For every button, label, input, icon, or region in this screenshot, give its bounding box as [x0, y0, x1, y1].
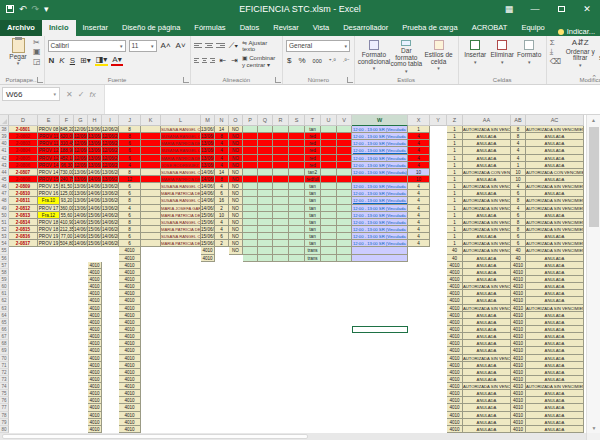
cell[interactable]: 4010 — [88, 404, 102, 411]
cell[interactable]: 13/06/15 — [88, 155, 102, 162]
cell[interactable]: AUTORIZADA CON VENCIMIENTO — [463, 169, 511, 176]
cell[interactable] — [408, 262, 430, 269]
font-size-combo[interactable]: 11▾ — [129, 40, 157, 52]
cell[interactable]: 4 — [408, 190, 430, 197]
cell[interactable] — [102, 297, 119, 304]
cell[interactable] — [141, 390, 161, 397]
cell[interactable] — [201, 305, 215, 312]
cell[interactable]: ANULADA — [526, 397, 584, 404]
cell[interactable] — [102, 340, 119, 347]
cell[interactable]: 4010 — [511, 312, 526, 319]
column-header-Q[interactable]: Q — [258, 115, 273, 126]
cell[interactable]: 12/06/2015 — [102, 126, 119, 133]
cell[interactable] — [305, 412, 321, 419]
cell[interactable] — [215, 412, 229, 419]
cell[interactable]: 12/06/15 — [74, 147, 88, 154]
cell[interactable]: AUTORIZADA SIN VENCIMIENTO — [463, 283, 511, 290]
cell[interactable]: 6 — [119, 147, 141, 154]
cell[interactable] — [141, 183, 161, 190]
wrap-text-button[interactable]: ⇋ Ajustar texto — [242, 39, 279, 52]
cell[interactable] — [161, 383, 201, 390]
cell[interactable] — [243, 255, 258, 262]
cell[interactable]: 12/06/2015 — [102, 155, 119, 162]
cell[interactable] — [60, 397, 74, 404]
row-header[interactable]: 49 — [0, 205, 9, 212]
cell[interactable] — [273, 305, 289, 312]
cell[interactable] — [337, 205, 352, 212]
cell[interactable] — [258, 176, 273, 183]
cell[interactable]: 8 — [119, 197, 141, 204]
cell[interactable] — [141, 197, 161, 204]
cell[interactable] — [321, 155, 337, 162]
cell[interactable]: NO — [229, 162, 243, 169]
cell[interactable] — [215, 255, 229, 262]
cell[interactable]: 10 — [215, 212, 229, 219]
cell[interactable] — [337, 283, 352, 290]
cell[interactable] — [430, 276, 447, 283]
cell[interactable]: 4 — [408, 219, 430, 226]
cell[interactable] — [430, 269, 447, 276]
cell[interactable] — [289, 404, 305, 411]
cell[interactable] — [352, 283, 408, 290]
cell[interactable]: 4010 — [88, 390, 102, 397]
cell[interactable] — [201, 269, 215, 276]
cell[interactable]: SUSANA RANGEL CONDE VARGAS — [161, 147, 201, 154]
cell[interactable] — [273, 133, 289, 140]
cell[interactable] — [430, 140, 447, 147]
cell[interactable] — [430, 162, 447, 169]
cell[interactable] — [305, 404, 321, 411]
cell[interactable] — [215, 312, 229, 319]
cell[interactable]: 4010 — [447, 355, 463, 362]
cell[interactable] — [243, 176, 258, 183]
cell[interactable]: SUSANA RANGEL CONDE VARGAS — [161, 197, 201, 204]
cell[interactable] — [273, 276, 289, 283]
cell[interactable]: 6 — [119, 190, 141, 197]
cell[interactable]: 410,90 — [60, 219, 74, 226]
cell[interactable]: 4010 — [88, 369, 102, 376]
cell[interactable]: 14/06/2015 — [102, 240, 119, 247]
cell[interactable]: 360,00 — [60, 205, 74, 212]
worksheet-grid[interactable]: DEFGHIJKLMNOPQRSTUVWXYZAAABAC 382-0801PR… — [0, 115, 586, 440]
cell[interactable] — [201, 376, 215, 383]
cell[interactable] — [215, 305, 229, 312]
cell[interactable]: ANULADA — [463, 326, 511, 333]
cell[interactable]: ANULADA — [463, 376, 511, 383]
cell[interactable]: 4010 — [447, 369, 463, 376]
cell[interactable] — [337, 419, 352, 426]
cell[interactable] — [337, 247, 352, 254]
cell[interactable]: 4010 — [447, 426, 463, 433]
cell[interactable]: SUSANA RANGEL CONDE VARGAS — [161, 233, 201, 240]
cell[interactable] — [201, 297, 215, 304]
cell[interactable]: trans — [305, 255, 321, 262]
cell[interactable] — [141, 212, 161, 219]
cell[interactable]: ANULADA — [526, 233, 584, 240]
cell[interactable] — [9, 390, 38, 397]
cell[interactable] — [243, 419, 258, 426]
cell[interactable]: 40 — [447, 255, 463, 262]
cell[interactable]: PROV 17 — [38, 205, 60, 212]
cell[interactable]: 8 — [511, 126, 526, 133]
cell[interactable]: NO — [229, 155, 243, 162]
cell[interactable]: AUTORIZADA SIN VENCIMIENTO — [463, 247, 511, 254]
cell[interactable]: ANULADA — [526, 176, 584, 183]
cell[interactable] — [408, 355, 430, 362]
cell[interactable] — [243, 140, 258, 147]
cell[interactable]: 14/06/15 — [88, 169, 102, 176]
cell[interactable]: ANULADA — [463, 212, 511, 219]
cell[interactable]: 2-0812 — [9, 205, 38, 212]
cell[interactable]: ANULADA — [526, 162, 584, 169]
cell[interactable] — [243, 133, 258, 140]
cell[interactable]: 4010 — [88, 269, 102, 276]
cell[interactable]: 2-0807 — [9, 169, 38, 176]
cell[interactable]: 4010 — [511, 376, 526, 383]
cell[interactable] — [273, 312, 289, 319]
cell[interactable] — [408, 419, 430, 426]
column-header-O[interactable]: O — [229, 115, 243, 126]
cell[interactable]: redfull — [305, 176, 321, 183]
cell[interactable]: 13/06/15 — [74, 205, 88, 212]
cell[interactable]: 12:00 - 13:00 SR (Vinculada a Banfi) — [352, 240, 408, 247]
cell[interactable]: 15/06/15 — [88, 240, 102, 247]
cell[interactable]: 1 — [408, 126, 430, 133]
cell[interactable]: AUTORIZADA SIN VENCIMIENTO — [526, 247, 584, 254]
cell[interactable] — [243, 319, 258, 326]
